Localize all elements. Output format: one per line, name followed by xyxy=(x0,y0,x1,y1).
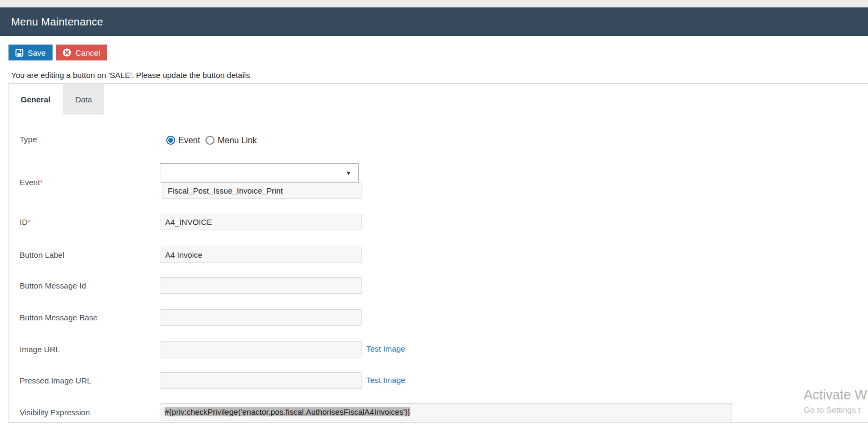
tab-general-label: General xyxy=(21,95,50,104)
visibility-expression-field[interactable]: #{priv:checkPrivilege('enactor.pos.fisca… xyxy=(160,403,732,421)
page-title: Menu Maintenance xyxy=(11,16,103,28)
go-to-settings-watermark: Go to Settings t xyxy=(804,405,861,415)
cancel-button-label: Cancel xyxy=(75,48,100,57)
tab-data-label: Data xyxy=(75,95,92,104)
button-message-id-input[interactable] xyxy=(160,277,362,294)
pressed-test-image-link[interactable]: Test Image xyxy=(366,375,405,385)
event-combobox[interactable]: ▼ xyxy=(160,163,359,182)
test-image-link[interactable]: Test Image xyxy=(366,344,405,353)
radio-menu-link[interactable] xyxy=(205,136,214,145)
selected-expression-text: #{priv:checkPrivilege('enactor.pos.fisca… xyxy=(165,407,410,416)
radio-dot xyxy=(168,138,173,143)
header: Menu Maintenance xyxy=(0,7,868,36)
menu-maintenance-page: Menu Maintenance Save Cancel You are edi… xyxy=(0,0,868,428)
edit-context-message: You are editing a button on 'SALE'. Plea… xyxy=(11,71,250,80)
radio-event[interactable] xyxy=(166,136,175,145)
id-label: ID* xyxy=(20,214,152,230)
event-dropdown-option[interactable]: Fiscal_Post_Issue_Invoice_Print xyxy=(162,182,362,199)
image-url-label: Image URL xyxy=(20,341,152,357)
tab-data[interactable]: Data xyxy=(63,84,104,115)
save-button-label: Save xyxy=(28,48,46,57)
pressed-image-url-input[interactable] xyxy=(160,372,362,389)
activate-windows-watermark: Activate Wi xyxy=(804,387,868,403)
button-label-input[interactable] xyxy=(160,247,362,263)
type-label: Type xyxy=(20,131,152,147)
pressed-image-url-label: Pressed Image URL xyxy=(20,372,152,389)
top-strip xyxy=(0,0,868,7)
cancel-button[interactable]: Cancel xyxy=(56,45,107,60)
circle-x-icon xyxy=(63,48,71,57)
visibility-expression-label: Visibility Expression xyxy=(20,404,152,421)
floppy-disk-icon xyxy=(15,49,23,57)
required-asterisk: * xyxy=(28,217,31,226)
tab-general[interactable]: General xyxy=(9,84,62,115)
button-label-label: Button Label xyxy=(20,247,152,263)
button-message-id-label: Button Message Id xyxy=(20,277,152,294)
id-input[interactable] xyxy=(160,214,362,230)
image-url-input[interactable] xyxy=(160,341,362,357)
caret-down-icon[interactable]: ▼ xyxy=(346,170,351,176)
button-message-base-label: Button Message Base xyxy=(20,309,152,326)
radio-event-label[interactable]: Event xyxy=(178,136,200,145)
type-radio-group: Event Menu Link xyxy=(166,132,262,149)
event-label: Event* xyxy=(20,174,152,190)
button-message-base-input[interactable] xyxy=(160,309,362,326)
required-asterisk: * xyxy=(40,178,43,187)
save-button[interactable]: Save xyxy=(8,45,53,60)
radio-menu-link-label[interactable]: Menu Link xyxy=(218,136,257,145)
